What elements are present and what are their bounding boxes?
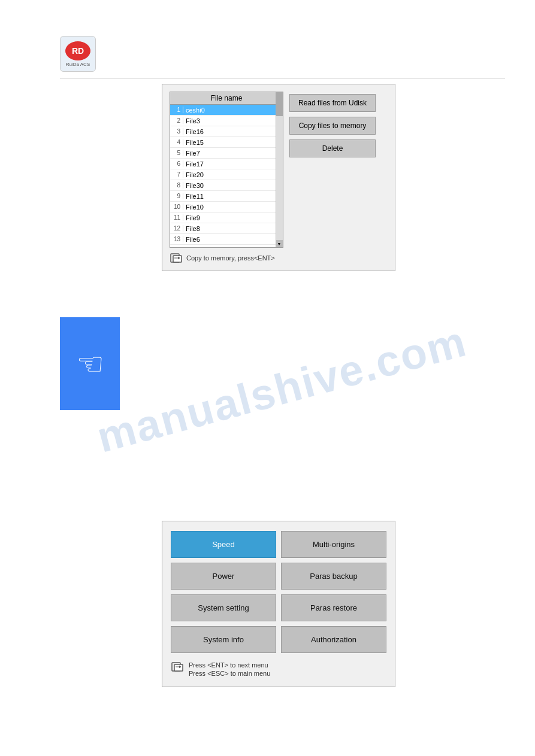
menu-button-authorization[interactable]: Authorization xyxy=(281,626,386,653)
footer-copy-icon xyxy=(170,253,183,263)
menu-footer-icon xyxy=(171,661,184,678)
scroll-thumb[interactable] xyxy=(276,92,283,116)
file-row-number: 9 xyxy=(170,193,183,199)
menu-footer: Press <ENT> to next menu Press <ESC> to … xyxy=(171,661,386,678)
file-row-name: File11 xyxy=(183,193,204,200)
file-row-number: 4 xyxy=(170,139,183,145)
file-row-name: File10 xyxy=(183,204,204,211)
logo-rd-icon: RD xyxy=(65,41,90,60)
file-row-number: 12 xyxy=(170,225,183,232)
file-list-item[interactable]: 13File6 xyxy=(170,234,283,245)
file-list-item[interactable]: 6File17 xyxy=(170,159,283,169)
file-list-header: File name xyxy=(170,92,283,105)
watermark: manualshive.com xyxy=(72,239,491,539)
blue-icon-panel: ☞ xyxy=(60,317,120,410)
file-panel-footer: Copy to memory, press<ENT> xyxy=(170,253,388,263)
file-row-name: File30 xyxy=(183,182,204,189)
menu-button-multi-origins[interactable]: Multi-origins xyxy=(281,531,386,558)
copy-files-button[interactable]: Copy files to memory xyxy=(289,117,376,135)
file-panel: File name 1ceshi02File33File164File155Fi… xyxy=(162,84,395,271)
watermark-text: manualshive.com xyxy=(92,316,471,462)
file-row-name: File9 xyxy=(183,214,200,221)
file-list-item[interactable]: 9File11 xyxy=(170,191,283,202)
file-list: 1ceshi02File33File164File155File76File17… xyxy=(170,105,283,247)
file-row-number: 13 xyxy=(170,236,183,242)
menu-footer-lines: Press <ENT> to next menu Press <ESC> to … xyxy=(189,661,270,677)
file-list-item[interactable]: 10File10 xyxy=(170,202,283,212)
file-row-name: File8 xyxy=(183,225,200,232)
file-row-name: File17 xyxy=(183,160,204,168)
file-row-name: File6 xyxy=(183,236,200,243)
file-row-number: 8 xyxy=(170,182,183,189)
logo-box: RD RuiDa ACS xyxy=(60,36,96,72)
file-row-name: File3 xyxy=(183,117,200,125)
menu-footer-line1: Press <ENT> to next menu xyxy=(189,661,270,669)
logo-subtitle: RuiDa ACS xyxy=(66,62,90,67)
menu-panel: SpeedMulti-originsPowerParas backupSyste… xyxy=(162,521,395,687)
file-row-name: File15 xyxy=(183,139,204,146)
svg-rect-4 xyxy=(174,664,183,671)
file-list-item[interactable]: 5File7 xyxy=(170,148,283,159)
menu-footer-line2: Press <ESC> to main menu xyxy=(189,670,270,677)
top-divider xyxy=(60,78,505,78)
delete-button[interactable]: Delete xyxy=(289,139,376,157)
file-row-number: 7 xyxy=(170,171,183,178)
file-row-number: 2 xyxy=(170,117,183,124)
read-files-button[interactable]: Read files from Udisk xyxy=(289,94,376,112)
file-row-number: 3 xyxy=(170,128,183,135)
menu-grid: SpeedMulti-originsPowerParas backupSyste… xyxy=(171,531,386,653)
file-list-item[interactable]: 1ceshi0 xyxy=(170,105,283,116)
menu-button-system-setting[interactable]: System setting xyxy=(171,594,276,621)
menu-button-system-info[interactable]: System info xyxy=(171,626,276,653)
menu-button-speed[interactable]: Speed xyxy=(171,531,276,558)
file-list-item[interactable]: 2File3 xyxy=(170,116,283,126)
menu-button-paras-restore[interactable]: Paras restore xyxy=(281,594,386,621)
file-list-item[interactable]: 3File16 xyxy=(170,126,283,137)
file-list-item[interactable]: 11File9 xyxy=(170,212,283,223)
file-row-number: 6 xyxy=(170,160,183,167)
menu-button-power[interactable]: Power xyxy=(171,563,276,590)
svg-rect-1 xyxy=(173,256,182,262)
footer-text: Copy to memory, press<ENT> xyxy=(186,254,275,262)
file-row-number: 10 xyxy=(170,204,183,210)
file-row-name: File20 xyxy=(183,171,204,178)
file-row-number: 11 xyxy=(170,214,183,221)
file-row-name: File16 xyxy=(183,128,204,135)
file-list-wrapper: File name 1ceshi02File33File164File155Fi… xyxy=(170,92,283,248)
scroll-down-icon[interactable]: ▼ xyxy=(276,240,283,247)
pointer-icon: ☞ xyxy=(76,346,104,382)
file-row-name: ceshi0 xyxy=(183,107,205,114)
file-row-name: File7 xyxy=(183,150,200,157)
file-list-item[interactable]: 4File15 xyxy=(170,137,283,148)
file-list-item[interactable]: 7File20 xyxy=(170,169,283,180)
file-list-item[interactable]: 8File30 xyxy=(170,180,283,191)
file-list-item[interactable]: 12File8 xyxy=(170,223,283,234)
logo-area: RD RuiDa ACS xyxy=(60,36,96,72)
file-row-number: 1 xyxy=(170,107,183,113)
scrollbar[interactable]: ▲ ▼ xyxy=(276,92,283,247)
file-row-number: 5 xyxy=(170,150,183,156)
file-buttons: Read files from Udisk Copy files to memo… xyxy=(289,92,376,248)
menu-button-paras-backup[interactable]: Paras backup xyxy=(281,563,386,590)
